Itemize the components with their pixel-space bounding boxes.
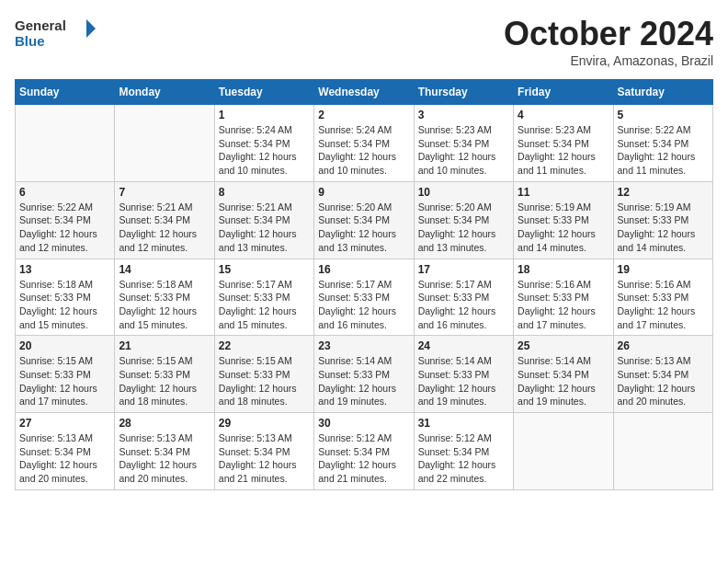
calendar-cell: 1Sunrise: 5:24 AMSunset: 5:34 PMDaylight… (214, 105, 313, 182)
weekday-header-sunday: Sunday (16, 80, 115, 105)
day-number: 25 (518, 339, 609, 352)
weekday-header-thursday: Thursday (414, 80, 513, 105)
day-number: 31 (418, 417, 509, 430)
page-header: General Blue October 2024 Envira, Amazon… (15, 15, 713, 68)
calendar: SundayMondayTuesdayWednesdayThursdayFrid… (15, 79, 713, 490)
day-number: 5 (618, 109, 709, 121)
day-info: Sunrise: 5:17 AMSunset: 5:33 PMDaylight:… (418, 278, 509, 332)
logo-svg: General Blue (15, 15, 97, 52)
calendar-cell: 8Sunrise: 5:21 AMSunset: 5:34 PMDaylight… (214, 181, 313, 259)
title-block: October 2024 Envira, Amazonas, Brazil (504, 15, 713, 68)
day-number: 20 (19, 339, 110, 352)
week-row-2: 6Sunrise: 5:22 AMSunset: 5:34 PMDaylight… (16, 181, 713, 259)
calendar-cell: 16Sunrise: 5:17 AMSunset: 5:33 PMDayligh… (314, 259, 414, 336)
calendar-cell: 23Sunrise: 5:14 AMSunset: 5:33 PMDayligh… (314, 336, 414, 413)
day-number: 12 (618, 186, 709, 199)
svg-marker-2 (86, 19, 96, 38)
weekday-header-tuesday: Tuesday (214, 80, 313, 105)
week-row-5: 27Sunrise: 5:13 AMSunset: 5:34 PMDayligh… (16, 413, 713, 490)
weekday-header-friday: Friday (514, 80, 613, 105)
day-info: Sunrise: 5:18 AMSunset: 5:33 PMDaylight:… (119, 278, 210, 332)
calendar-cell: 13Sunrise: 5:18 AMSunset: 5:33 PMDayligh… (16, 259, 115, 336)
day-number: 3 (418, 109, 509, 121)
day-info: Sunrise: 5:14 AMSunset: 5:33 PMDaylight:… (318, 354, 409, 408)
calendar-cell: 11Sunrise: 5:19 AMSunset: 5:33 PMDayligh… (514, 181, 613, 259)
calendar-cell: 30Sunrise: 5:12 AMSunset: 5:34 PMDayligh… (314, 413, 414, 490)
month-title: October 2024 (504, 15, 713, 53)
calendar-cell: 7Sunrise: 5:21 AMSunset: 5:34 PMDaylight… (115, 181, 214, 259)
week-row-4: 20Sunrise: 5:15 AMSunset: 5:33 PMDayligh… (16, 336, 713, 413)
calendar-cell: 27Sunrise: 5:13 AMSunset: 5:34 PMDayligh… (16, 413, 115, 490)
calendar-cell: 28Sunrise: 5:13 AMSunset: 5:34 PMDayligh… (115, 413, 214, 490)
calendar-cell: 9Sunrise: 5:20 AMSunset: 5:34 PMDaylight… (314, 181, 414, 259)
day-info: Sunrise: 5:14 AMSunset: 5:33 PMDaylight:… (418, 354, 509, 408)
calendar-cell: 14Sunrise: 5:18 AMSunset: 5:33 PMDayligh… (115, 259, 214, 336)
calendar-cell: 19Sunrise: 5:16 AMSunset: 5:33 PMDayligh… (613, 259, 712, 336)
weekday-header-row: SundayMondayTuesdayWednesdayThursdayFrid… (16, 80, 713, 105)
calendar-cell: 10Sunrise: 5:20 AMSunset: 5:34 PMDayligh… (414, 181, 513, 259)
day-number: 16 (318, 263, 409, 276)
day-number: 2 (318, 109, 409, 121)
day-number: 26 (618, 339, 709, 352)
calendar-cell: 29Sunrise: 5:13 AMSunset: 5:34 PMDayligh… (214, 413, 313, 490)
week-row-3: 13Sunrise: 5:18 AMSunset: 5:33 PMDayligh… (16, 259, 713, 336)
day-number: 24 (418, 339, 509, 352)
day-info: Sunrise: 5:20 AMSunset: 5:34 PMDaylight:… (318, 201, 409, 255)
calendar-cell (16, 105, 115, 182)
calendar-cell (115, 105, 214, 182)
day-number: 27 (19, 417, 110, 430)
weekday-header-monday: Monday (115, 80, 214, 105)
day-info: Sunrise: 5:19 AMSunset: 5:33 PMDaylight:… (518, 201, 609, 255)
day-number: 1 (219, 109, 310, 121)
day-info: Sunrise: 5:21 AMSunset: 5:34 PMDaylight:… (119, 201, 210, 255)
day-info: Sunrise: 5:13 AMSunset: 5:34 PMDaylight:… (618, 354, 709, 408)
day-number: 6 (19, 186, 110, 199)
day-info: Sunrise: 5:15 AMSunset: 5:33 PMDaylight:… (119, 354, 210, 408)
calendar-cell: 26Sunrise: 5:13 AMSunset: 5:34 PMDayligh… (613, 336, 712, 413)
day-info: Sunrise: 5:24 AMSunset: 5:34 PMDaylight:… (219, 123, 310, 178)
day-number: 14 (119, 263, 210, 276)
day-info: Sunrise: 5:16 AMSunset: 5:33 PMDaylight:… (618, 278, 709, 332)
weekday-header-wednesday: Wednesday (314, 80, 414, 105)
location: Envira, Amazonas, Brazil (504, 53, 713, 68)
day-info: Sunrise: 5:12 AMSunset: 5:34 PMDaylight:… (318, 431, 409, 486)
day-number: 8 (219, 186, 310, 199)
calendar-cell: 20Sunrise: 5:15 AMSunset: 5:33 PMDayligh… (16, 336, 115, 413)
day-info: Sunrise: 5:24 AMSunset: 5:34 PMDaylight:… (318, 123, 409, 178)
day-number: 19 (618, 263, 709, 276)
day-number: 22 (219, 339, 310, 352)
day-number: 17 (418, 263, 509, 276)
calendar-cell: 31Sunrise: 5:12 AMSunset: 5:34 PMDayligh… (414, 413, 513, 490)
day-number: 28 (119, 417, 210, 430)
calendar-cell: 18Sunrise: 5:16 AMSunset: 5:33 PMDayligh… (514, 259, 613, 336)
day-info: Sunrise: 5:17 AMSunset: 5:33 PMDaylight:… (219, 278, 310, 332)
day-info: Sunrise: 5:16 AMSunset: 5:33 PMDaylight:… (518, 278, 609, 332)
day-number: 9 (318, 186, 409, 199)
day-number: 10 (418, 186, 509, 199)
calendar-cell: 12Sunrise: 5:19 AMSunset: 5:33 PMDayligh… (613, 181, 712, 259)
day-number: 18 (518, 263, 609, 276)
day-info: Sunrise: 5:15 AMSunset: 5:33 PMDaylight:… (219, 354, 310, 408)
day-info: Sunrise: 5:17 AMSunset: 5:33 PMDaylight:… (318, 278, 409, 332)
week-row-1: 1Sunrise: 5:24 AMSunset: 5:34 PMDaylight… (16, 105, 713, 182)
day-number: 21 (119, 339, 210, 352)
calendar-cell: 2Sunrise: 5:24 AMSunset: 5:34 PMDaylight… (314, 105, 414, 182)
calendar-cell: 6Sunrise: 5:22 AMSunset: 5:34 PMDaylight… (16, 181, 115, 259)
day-info: Sunrise: 5:23 AMSunset: 5:34 PMDaylight:… (518, 123, 609, 178)
day-info: Sunrise: 5:15 AMSunset: 5:33 PMDaylight:… (19, 354, 110, 408)
calendar-cell: 4Sunrise: 5:23 AMSunset: 5:34 PMDaylight… (514, 105, 613, 182)
calendar-cell: 3Sunrise: 5:23 AMSunset: 5:34 PMDaylight… (414, 105, 513, 182)
day-info: Sunrise: 5:21 AMSunset: 5:34 PMDaylight:… (219, 201, 310, 255)
day-number: 7 (119, 186, 210, 199)
day-info: Sunrise: 5:13 AMSunset: 5:34 PMDaylight:… (219, 431, 310, 486)
day-info: Sunrise: 5:22 AMSunset: 5:34 PMDaylight:… (19, 201, 110, 255)
day-info: Sunrise: 5:20 AMSunset: 5:34 PMDaylight:… (418, 201, 509, 255)
calendar-cell: 24Sunrise: 5:14 AMSunset: 5:33 PMDayligh… (414, 336, 513, 413)
calendar-cell: 22Sunrise: 5:15 AMSunset: 5:33 PMDayligh… (214, 336, 313, 413)
calendar-cell: 15Sunrise: 5:17 AMSunset: 5:33 PMDayligh… (214, 259, 313, 336)
day-info: Sunrise: 5:18 AMSunset: 5:33 PMDaylight:… (19, 278, 110, 332)
day-info: Sunrise: 5:23 AMSunset: 5:34 PMDaylight:… (418, 123, 509, 178)
day-number: 30 (318, 417, 409, 430)
calendar-cell (613, 413, 712, 490)
day-info: Sunrise: 5:19 AMSunset: 5:33 PMDaylight:… (618, 201, 709, 255)
